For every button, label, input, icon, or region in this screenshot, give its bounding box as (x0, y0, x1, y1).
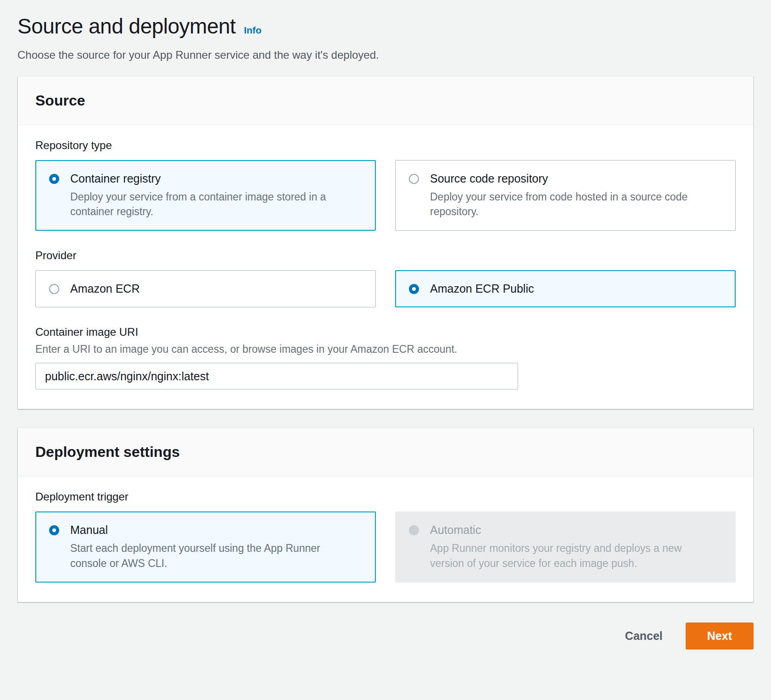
repository-type-options: Container registry Deploy your service f… (35, 160, 736, 231)
option-label: Amazon ECR Public (430, 282, 534, 295)
option-amazon-ecr-public[interactable]: Amazon ECR Public (395, 270, 736, 307)
radio-unselected-icon[interactable] (409, 174, 419, 184)
deployment-settings-card: Deployment settings Deployment trigger M… (17, 428, 754, 602)
option-description: Start each deployment yourself using the… (70, 541, 355, 570)
option-automatic: Automatic App Runner monitors your regis… (395, 511, 736, 582)
option-description: Deploy your service from a container ima… (70, 189, 355, 219)
wizard-footer-actions: Cancel Next (17, 622, 754, 650)
container-image-uri-label: Container image URI (35, 326, 736, 339)
option-description: Deploy your service from code hosted in … (430, 189, 715, 219)
source-card: Source Repository type Container registr… (17, 76, 754, 409)
source-card-body: Repository type Container registry Deplo… (18, 125, 753, 409)
container-image-uri-input[interactable] (35, 363, 518, 389)
option-label: Source code repository (430, 172, 715, 185)
page-heading: Source and deployment Info (17, 14, 754, 39)
deployment-section-title: Deployment settings (35, 444, 736, 461)
option-label: Amazon ECR (70, 282, 140, 295)
radio-selected-icon[interactable] (49, 525, 59, 535)
page-subtitle: Choose the source for your App Runner se… (17, 49, 754, 61)
option-description: App Runner monitors your registry and de… (430, 541, 715, 570)
source-section-title: Source (35, 92, 736, 109)
deployment-card-body: Deployment trigger Manual Start each dep… (18, 477, 753, 601)
next-button[interactable]: Next (686, 622, 754, 650)
info-link[interactable]: Info (244, 25, 261, 36)
option-container-registry[interactable]: Container registry Deploy your service f… (35, 160, 376, 231)
cancel-button[interactable]: Cancel (622, 625, 665, 647)
radio-disabled-icon (409, 525, 419, 535)
deployment-trigger-options: Manual Start each deployment yourself us… (35, 511, 736, 582)
option-label: Container registry (70, 172, 355, 185)
radio-selected-icon[interactable] (49, 174, 59, 184)
option-label: Manual (70, 523, 355, 537)
provider-options: Amazon ECR Amazon ECR Public (35, 270, 736, 307)
page-title: Source and deployment (17, 14, 235, 39)
container-image-uri-description: Enter a URI to an image you can access, … (35, 343, 736, 356)
provider-label: Provider (35, 249, 736, 262)
deployment-card-header: Deployment settings (18, 428, 753, 477)
option-manual[interactable]: Manual Start each deployment yourself us… (35, 511, 376, 582)
source-and-deployment-page: Source and deployment Info Choose the so… (0, 0, 771, 677)
option-source-code-repository[interactable]: Source code repository Deploy your servi… (395, 160, 736, 231)
deployment-trigger-label: Deployment trigger (35, 490, 736, 503)
source-card-header: Source (18, 77, 753, 125)
radio-selected-icon[interactable] (409, 284, 419, 294)
option-amazon-ecr[interactable]: Amazon ECR (35, 270, 376, 307)
radio-unselected-icon[interactable] (49, 284, 59, 294)
option-label: Automatic (430, 523, 715, 537)
repository-type-label: Repository type (35, 139, 736, 152)
